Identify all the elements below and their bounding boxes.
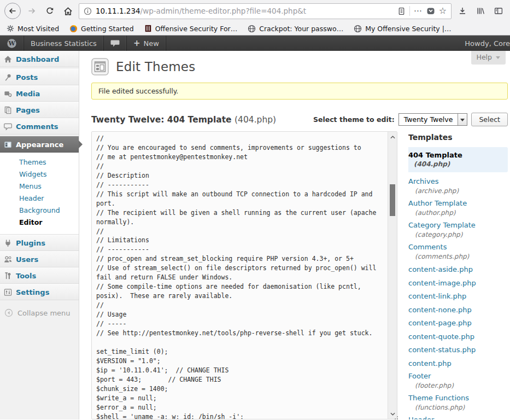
collapse-menu-button[interactable]: Collapse menu	[0, 302, 79, 324]
editor-scrollbar[interactable]	[388, 132, 397, 419]
howdy-label: Howdy, Core	[465, 39, 510, 48]
reader-mode-icon[interactable]	[397, 7, 406, 15]
appearance-screen-icon	[4, 141, 12, 149]
sidebar-item-dashboard[interactable]: Dashboard	[0, 51, 79, 67]
select-theme-label: Select theme to edit:	[313, 115, 395, 124]
back-button[interactable]	[4, 3, 21, 19]
url-separator	[409, 6, 410, 16]
pushpin-icon	[4, 73, 12, 81]
template-link[interactable]: content-status.php	[408, 345, 508, 356]
editor-row: // // You are encouraged to send comment…	[91, 131, 508, 419]
page-actions-icon[interactable]: ⋯	[414, 6, 423, 16]
sidebar-item-pages[interactable]: Pages	[0, 102, 79, 118]
chevron-down-icon	[460, 119, 465, 124]
navigation-toolbar: 10.11.1.234/wp-admin/theme-editor.php?fi…	[0, 0, 510, 22]
submenu-item-widgets[interactable]: Widgets	[19, 168, 79, 180]
submenu-item-background[interactable]: Background	[19, 205, 79, 217]
tools-icon	[4, 272, 12, 280]
submenu-item-menus[interactable]: Menus	[19, 180, 79, 192]
wordpress-logo-icon: W	[7, 38, 17, 49]
sidebar-item-appearance[interactable]: Appearance	[0, 136, 79, 153]
template-filename: (category.php)	[408, 231, 508, 239]
site-name-menu[interactable]: Business Statistics	[24, 36, 104, 51]
select-theme-button[interactable]: Select	[471, 113, 508, 126]
theme-select-value: Twenty Twelve	[399, 114, 458, 125]
template-link[interactable]: content-quote.php	[408, 331, 508, 343]
bookmark-offensive-security-forums[interactable]: Offensive Security For…	[144, 25, 237, 33]
globe-icon	[354, 25, 362, 33]
scroll-down-arrow-icon[interactable]	[388, 410, 397, 418]
home-button[interactable]	[61, 4, 75, 18]
template-link[interactable]: content.php	[408, 358, 508, 370]
admin-bar-my-account[interactable]: Howdy, Core	[459, 36, 510, 51]
sidebar-item-media[interactable]: Media	[0, 85, 79, 102]
file-heading-title: Twenty Twelve: 404 Template	[91, 115, 232, 125]
downloads-button[interactable]	[455, 4, 470, 18]
forward-button[interactable]	[25, 4, 39, 18]
chevron-down-icon	[496, 56, 500, 61]
scrollbar-thumb[interactable]	[390, 184, 395, 216]
bookmark-most-visited[interactable]: Most Visited	[7, 25, 59, 33]
bookmark-my-offensive-security[interactable]: My Offensive Security |…	[354, 25, 451, 33]
collapse-arrow-icon	[4, 308, 13, 317]
speech-bubble-icon	[4, 122, 12, 131]
templates-heading: Templates	[408, 133, 508, 142]
template-link[interactable]: Footer	[408, 371, 508, 381]
template-link[interactable]: Author Template	[408, 199, 508, 208]
template-filename: (functions.php)	[408, 404, 508, 412]
sidebar-item-settings[interactable]: Settings	[0, 284, 79, 300]
reload-button[interactable]	[43, 4, 57, 18]
theme-select[interactable]: Twenty Twelve	[398, 113, 468, 126]
templates-sidebar: Templates 404 Template (404.php) Archive…	[408, 131, 508, 419]
template-link[interactable]: Theme Functions	[408, 393, 508, 402]
svg-text:W: W	[8, 40, 15, 47]
page-title: Edit Themes	[116, 60, 195, 74]
admin-page: Dashboard Posts Media Pages Comments App…	[0, 51, 510, 419]
file-header-row: Twenty Twelve: 404 Template (404.php) Se…	[91, 113, 508, 126]
sidebar-item-users[interactable]: Users	[0, 251, 79, 267]
help-tab[interactable]: Help	[471, 51, 506, 65]
users-icon	[4, 255, 12, 264]
wp-logo-menu[interactable]: W	[0, 36, 24, 51]
sidebar-item-label: Dashboard	[16, 55, 59, 63]
url-text: 10.11.1.234/wp-admin/theme-editor.php?fi…	[96, 7, 394, 15]
sidebar-item-comments[interactable]: Comments	[0, 118, 79, 135]
select-dropdown-arrow[interactable]	[458, 114, 467, 125]
sidebar-item-label: Media	[16, 90, 40, 98]
bookmark-crackpot[interactable]: Crackpot: Your passwo…	[248, 25, 343, 33]
pocket-icon[interactable]	[426, 7, 435, 15]
sidebar-toggle-button[interactable]	[491, 4, 506, 18]
template-link[interactable]: content-none.php	[408, 305, 508, 316]
library-button[interactable]	[473, 4, 488, 18]
template-link[interactable]: Header	[408, 415, 508, 419]
admin-bar-comments[interactable]	[104, 36, 127, 51]
url-bar[interactable]: 10.11.1.234/wp-admin/theme-editor.php?fi…	[79, 3, 452, 19]
sidebar-item-label: Appearance	[16, 141, 63, 149]
submenu-item-themes[interactable]: Themes	[19, 156, 79, 168]
submenu-item-header[interactable]: Header	[19, 192, 79, 205]
library-icon	[476, 7, 485, 15]
wp-admin-bar: W Business Statistics + New Howdy, Core	[0, 36, 510, 51]
site-info-icon[interactable]	[84, 7, 92, 15]
template-link[interactable]: content-image.php	[408, 278, 508, 289]
sidebar-item-plugins[interactable]: Plugins	[0, 235, 79, 251]
bookmark-getting-started[interactable]: Getting Started	[69, 25, 134, 33]
plugin-icon	[4, 239, 12, 247]
template-link[interactable]: Category Template	[408, 220, 508, 230]
sidebar-item-posts[interactable]: Posts	[0, 69, 79, 85]
reload-icon	[45, 7, 54, 15]
bookmark-star-icon[interactable]: ☆	[439, 7, 447, 15]
template-link[interactable]: content-page.php	[408, 318, 508, 329]
code-editor[interactable]: // // You are encouraged to send comment…	[91, 131, 397, 419]
scroll-up-arrow-icon[interactable]	[388, 133, 397, 141]
pages-icon	[4, 106, 12, 114]
code-content: // // You are encouraged to send comment…	[92, 132, 397, 419]
submenu-item-editor[interactable]: Editor	[19, 217, 79, 229]
admin-bar-new-menu[interactable]: + New	[127, 36, 166, 51]
template-link[interactable]: Archives	[408, 177, 508, 186]
template-link[interactable]: content-aside.php	[408, 264, 508, 276]
template-link[interactable]: Comments	[408, 242, 508, 252]
sidebar-item-label: Posts	[16, 73, 38, 81]
sidebar-item-tools[interactable]: Tools	[0, 267, 79, 284]
template-link[interactable]: content-link.php	[408, 291, 508, 302]
